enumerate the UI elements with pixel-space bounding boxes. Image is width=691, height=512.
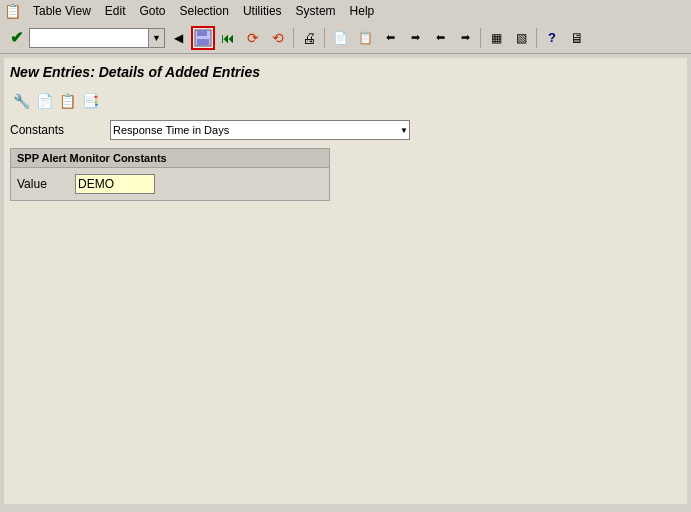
doc-button-4[interactable]: ➡	[403, 26, 427, 50]
nav-first-button[interactable]: ⏮	[216, 26, 240, 50]
sec-btn-1[interactable]: 🔧	[10, 90, 32, 112]
sec-btn-3[interactable]: 📋	[56, 90, 78, 112]
nav-prev-button[interactable]: ⟳	[241, 26, 265, 50]
command-input-wrap: ▼	[29, 28, 165, 48]
constants-select-wrapper: Response Time in Days	[110, 120, 410, 140]
group-content: Value	[11, 168, 329, 200]
print-button[interactable]: 🖨	[297, 26, 321, 50]
view-button-2[interactable]: ▧	[509, 26, 533, 50]
constants-row: Constants Response Time in Days	[10, 120, 681, 140]
save-button[interactable]	[191, 26, 215, 50]
value-row: Value	[17, 174, 323, 194]
constants-select[interactable]: Response Time in Days	[110, 120, 410, 140]
svg-rect-2	[197, 39, 209, 45]
command-input[interactable]	[29, 28, 149, 48]
help-button[interactable]: ?	[540, 26, 564, 50]
monitor-button[interactable]: 🖥	[565, 26, 589, 50]
separator-2	[324, 28, 325, 48]
menu-system[interactable]: System	[290, 2, 342, 20]
sec-btn-2[interactable]: 📄	[33, 90, 55, 112]
command-dropdown-button[interactable]: ▼	[149, 28, 165, 48]
save-icon	[194, 29, 212, 47]
nav-next-button[interactable]: ⟲	[266, 26, 290, 50]
group-box: SPP Alert Monitor Constants Value	[10, 148, 330, 201]
doc-button-3[interactable]: ⬅	[378, 26, 402, 50]
menu-help[interactable]: Help	[344, 2, 381, 20]
menu-goto[interactable]: Goto	[134, 2, 172, 20]
svg-rect-1	[197, 30, 207, 36]
confirm-button[interactable]: ✔	[4, 26, 28, 50]
content-area: New Entries: Details of Added Entries 🔧 …	[4, 58, 687, 504]
toolbar: ✔ ▼ ◀ ⏮ ⟳ ⟲ 🖨 📄 📋 ⬅ ➡ ⬅ ➡ ▦ ▧ ? 🖥	[0, 22, 691, 54]
doc-button-5[interactable]: ⬅	[428, 26, 452, 50]
app-icon: 📋	[4, 3, 21, 19]
doc-button-1[interactable]: 📄	[328, 26, 352, 50]
doc-button-2[interactable]: 📋	[353, 26, 377, 50]
separator-3	[480, 28, 481, 48]
sec-btn-4[interactable]: 📑	[79, 90, 101, 112]
page-title: New Entries: Details of Added Entries	[10, 64, 681, 80]
constants-label: Constants	[10, 123, 110, 137]
separator-1	[293, 28, 294, 48]
menu-edit[interactable]: Edit	[99, 2, 132, 20]
menu-table-view[interactable]: Table View	[27, 2, 97, 20]
value-label: Value	[17, 177, 67, 191]
group-title: SPP Alert Monitor Constants	[11, 149, 329, 168]
separator-4	[536, 28, 537, 48]
menu-utilities[interactable]: Utilities	[237, 2, 288, 20]
menu-selection[interactable]: Selection	[174, 2, 235, 20]
view-button-1[interactable]: ▦	[484, 26, 508, 50]
menu-bar: 📋 Table View Edit Goto Selection Utiliti…	[0, 0, 691, 22]
back-button[interactable]: ◀	[166, 26, 190, 50]
secondary-toolbar: 🔧 📄 📋 📑	[10, 88, 681, 114]
value-input[interactable]	[75, 174, 155, 194]
doc-button-6[interactable]: ➡	[453, 26, 477, 50]
